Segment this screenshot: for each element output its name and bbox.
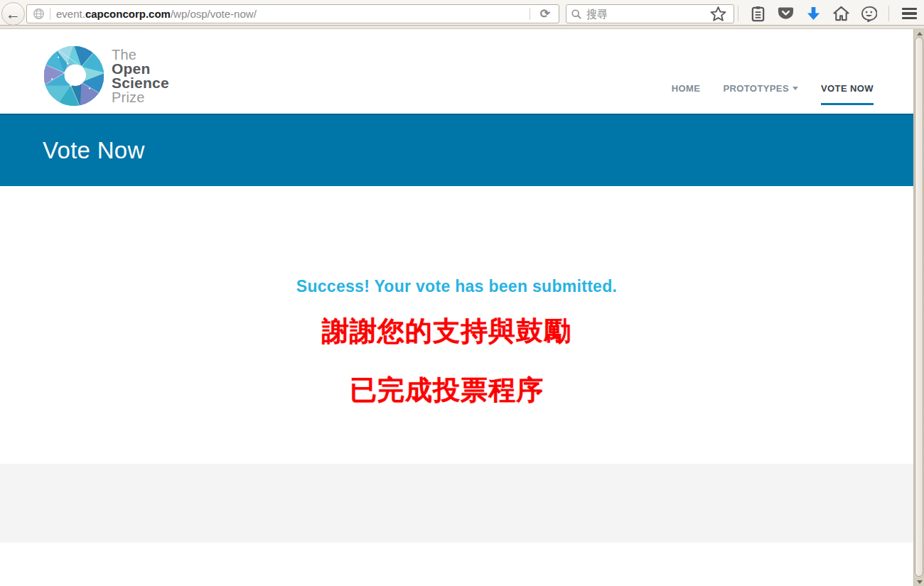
- browser-toolbar: ← event.capconcorp.com/wp/osp/vote-now/ …: [0, 0, 924, 29]
- footer-band: [0, 464, 913, 543]
- nav-item-prototypes[interactable]: PROTOTYPES: [723, 83, 798, 103]
- nav-vote-now-label: VOTE NOW: [821, 83, 874, 94]
- pocket-icon[interactable]: [778, 6, 794, 22]
- below-footer-area: [0, 543, 913, 586]
- url-bar[interactable]: event.capconcorp.com/wp/osp/vote-now/ ⟳: [26, 4, 559, 23]
- url-path: /wp/osp/vote-now/: [171, 8, 257, 20]
- main-nav: HOME PROTOTYPES VOTE NOW: [672, 83, 874, 105]
- nav-prototypes-label: PROTOTYPES: [723, 83, 789, 94]
- page-title-banner: Vote Now: [0, 114, 913, 186]
- bookmark-star-icon[interactable]: [710, 6, 726, 22]
- thanks-image-text: 謝謝您的支持與鼓勵 已完成投票程序: [0, 313, 903, 408]
- nav-item-home[interactable]: HOME: [672, 83, 701, 103]
- main-content: Success! Your vote has been submitted. 謝…: [0, 186, 913, 464]
- thanks-line-2: 已完成投票程序: [0, 372, 903, 408]
- vote-success-message: Success! Your vote has been submitted.: [0, 186, 913, 296]
- vertical-scrollbar[interactable]: [913, 29, 924, 586]
- thanks-line-1: 謝謝您的支持與鼓勵: [0, 313, 903, 349]
- back-arrow-icon: ←: [6, 6, 21, 23]
- scroll-down-arrow[interactable]: [914, 577, 924, 586]
- reload-divider: [530, 8, 530, 20]
- bookmarks-menu-icon[interactable]: [750, 6, 766, 22]
- logo-word-prize: Prize: [112, 90, 169, 104]
- logo-word-open: Open: [112, 62, 169, 76]
- downloads-icon[interactable]: [805, 6, 822, 22]
- page-viewport: The Open Science Prize HOME PROTOTYPES V…: [0, 29, 913, 586]
- logo-wordmark: The Open Science Prize: [112, 48, 169, 104]
- scrollbar-thumb[interactable]: [915, 37, 923, 577]
- url-text[interactable]: event.capconcorp.com/wp/osp/vote-now/: [56, 8, 525, 20]
- nav-item-vote-now[interactable]: VOTE NOW: [821, 83, 874, 105]
- back-button[interactable]: ←: [1, 2, 25, 26]
- site-logo[interactable]: The Open Science Prize: [43, 45, 169, 107]
- logo-word-science: Science: [112, 76, 169, 90]
- nav-home-label: HOME: [672, 83, 701, 94]
- hello-smiley-icon[interactable]: [861, 6, 877, 22]
- toolbar-separator: [738, 6, 738, 21]
- search-input[interactable]: [586, 8, 729, 20]
- url-prefix: event.: [56, 8, 85, 20]
- chevron-down-icon: [793, 87, 798, 90]
- site-header: The Open Science Prize HOME PROTOTYPES V…: [0, 29, 913, 114]
- urlbar-divider: [50, 8, 50, 20]
- globe-icon: [33, 8, 45, 20]
- reload-icon[interactable]: ⟳: [534, 6, 556, 21]
- search-icon: [571, 9, 582, 20]
- open-science-prize-logo-icon: [43, 45, 105, 107]
- url-domain: capconcorp.com: [85, 8, 171, 20]
- menu-icon[interactable]: [901, 6, 918, 21]
- home-icon[interactable]: [833, 6, 849, 22]
- toolbar-separator: [888, 6, 889, 21]
- search-bar[interactable]: [566, 4, 734, 23]
- page-title: Vote Now: [43, 137, 145, 164]
- logo-word-the: The: [112, 48, 169, 62]
